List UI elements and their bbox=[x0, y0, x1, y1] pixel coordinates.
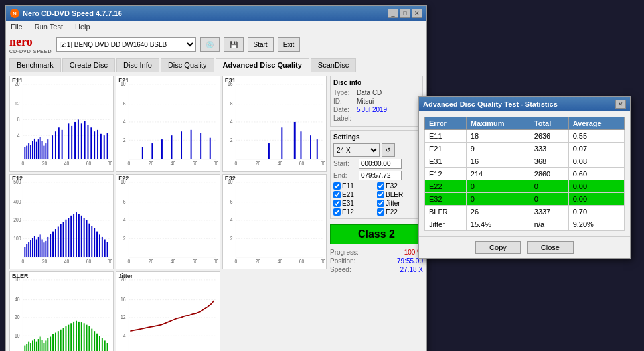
svg-text:40: 40 bbox=[64, 161, 70, 167]
svg-text:60: 60 bbox=[299, 161, 304, 167]
svg-rect-114 bbox=[36, 239, 37, 257]
svg-rect-117 bbox=[42, 239, 43, 257]
menu-help[interactable]: Help bbox=[73, 22, 92, 31]
disc-info-button[interactable]: 💿 bbox=[200, 37, 220, 52]
stats-close-x-button[interactable]: ✕ bbox=[615, 100, 626, 109]
svg-text:20: 20 bbox=[149, 161, 154, 167]
svg-text:0: 0 bbox=[22, 258, 25, 265]
svg-rect-195 bbox=[30, 343, 31, 351]
cb-jitter[interactable]: Jitter bbox=[377, 200, 420, 207]
cb-e21[interactable]: E21 bbox=[333, 191, 376, 198]
disc-type-label: Type: bbox=[333, 89, 355, 96]
speed-refresh-button[interactable]: ↺ bbox=[382, 143, 395, 157]
svg-rect-17 bbox=[26, 146, 27, 159]
svg-rect-219 bbox=[86, 325, 88, 351]
svg-rect-221 bbox=[91, 329, 92, 351]
app-title: Nero CD-DVD Speed 4.7.7.16 bbox=[23, 9, 122, 17]
chart-e12-label: E12 bbox=[12, 175, 23, 182]
svg-text:80: 80 bbox=[108, 161, 113, 167]
svg-rect-108 bbox=[24, 247, 25, 257]
cb-bler[interactable]: BLER bbox=[377, 191, 420, 198]
cb-e11[interactable]: E11 bbox=[333, 182, 376, 190]
svg-text:12: 12 bbox=[121, 315, 126, 321]
svg-rect-141 bbox=[102, 237, 103, 257]
app-window: N Nero CD-DVD Speed 4.7.7.16 _ □ ✕ File … bbox=[5, 5, 427, 351]
cb-e12[interactable]: E12 bbox=[333, 208, 376, 216]
close-window-button[interactable]: ✕ bbox=[412, 9, 422, 18]
svg-rect-228 bbox=[116, 272, 219, 351]
svg-rect-87 bbox=[281, 127, 282, 159]
table-row: E2193330.07 bbox=[425, 143, 625, 155]
progress-box: Progress: 100 % Position: 79:55.00 Speed… bbox=[330, 247, 423, 276]
svg-rect-26 bbox=[43, 146, 44, 159]
svg-rect-42 bbox=[97, 130, 98, 159]
class-badge: Class 2 bbox=[330, 224, 423, 244]
svg-rect-197 bbox=[34, 339, 35, 351]
copy-button[interactable]: Copy bbox=[475, 241, 521, 254]
svg-text:16: 16 bbox=[121, 297, 126, 303]
svg-rect-136 bbox=[88, 223, 90, 257]
tab-benchmark[interactable]: Benchmark bbox=[9, 58, 61, 72]
svg-rect-193 bbox=[26, 344, 27, 351]
svg-rect-37 bbox=[81, 123, 82, 159]
chart-bler-svg: 60 40 20 10 0 20 40 60 80 bbox=[10, 272, 113, 351]
drive-select[interactable]: [2:1] BENQ DVD DD DW1640 BSLB bbox=[56, 37, 196, 52]
minimize-button[interactable]: _ bbox=[388, 9, 398, 18]
svg-rect-225 bbox=[102, 338, 103, 351]
menu-file[interactable]: File bbox=[9, 22, 25, 31]
stats-title-text: Advanced Disc Quality Test - Statistics bbox=[423, 100, 558, 108]
start-button[interactable]: Start bbox=[248, 37, 274, 52]
svg-rect-28 bbox=[47, 139, 48, 159]
chart-jitter-svg: 20 16 12 4 0 20 40 60 80 bbox=[116, 272, 219, 351]
col-error: Error bbox=[425, 117, 467, 130]
speed-select[interactable]: 24 X bbox=[333, 143, 380, 157]
svg-rect-109 bbox=[26, 244, 27, 257]
svg-text:6: 6 bbox=[230, 198, 232, 205]
col-total: Total bbox=[530, 117, 568, 130]
svg-rect-34 bbox=[71, 126, 72, 159]
svg-rect-224 bbox=[99, 336, 100, 351]
svg-rect-126 bbox=[63, 222, 64, 257]
table-row: Jitter15.4%n/a9.20% bbox=[425, 218, 625, 231]
disc-id-label: ID: bbox=[333, 98, 355, 105]
svg-text:12: 12 bbox=[15, 100, 20, 107]
svg-rect-46 bbox=[116, 76, 219, 171]
speed-row: 24 X ↺ bbox=[333, 143, 420, 157]
svg-text:60: 60 bbox=[86, 161, 92, 167]
tab-create-disc[interactable]: Create Disc bbox=[62, 58, 115, 72]
disc-info-title: Disc info bbox=[333, 79, 420, 86]
maximize-button[interactable]: □ bbox=[400, 9, 410, 18]
tab-disc-quality[interactable]: Disc Quality bbox=[161, 58, 214, 72]
tab-advanced-disc-quality[interactable]: Advanced Disc Quality bbox=[216, 58, 309, 72]
save-button[interactable]: 💾 bbox=[224, 37, 244, 52]
cb-e22[interactable]: E22 bbox=[377, 208, 420, 216]
svg-rect-132 bbox=[78, 214, 80, 257]
svg-text:60: 60 bbox=[299, 258, 304, 265]
svg-rect-115 bbox=[38, 237, 39, 257]
cb-e31[interactable]: E31 bbox=[333, 200, 376, 207]
disc-id-val: Mitsui bbox=[357, 98, 374, 105]
svg-rect-27 bbox=[45, 143, 46, 159]
svg-rect-62 bbox=[142, 147, 143, 159]
close-button[interactable]: Close bbox=[527, 241, 574, 254]
svg-text:4: 4 bbox=[123, 216, 126, 223]
tabs: Benchmark Create Disc Disc Info Disc Qua… bbox=[6, 56, 426, 72]
svg-rect-128 bbox=[68, 218, 69, 257]
end-val: 079:57.72 bbox=[359, 171, 402, 180]
disc-date-label: Date: bbox=[333, 106, 355, 113]
menu-bar: File Run Test Help bbox=[6, 21, 426, 33]
speed-label: Speed: bbox=[330, 266, 351, 273]
chart-e32-svg: 10 6 4 2 0 20 40 60 80 bbox=[223, 175, 326, 269]
table-row: E32000.00 bbox=[425, 193, 625, 206]
end-time-row: End: 079:57.72 bbox=[333, 171, 420, 180]
end-label: End: bbox=[333, 172, 357, 179]
svg-rect-196 bbox=[32, 341, 33, 351]
chart-e31: E31 16 8 4 2 0 20 40 60 bbox=[222, 76, 327, 172]
menu-run-test[interactable]: Run Test bbox=[33, 22, 65, 31]
cb-e32[interactable]: E32 bbox=[377, 182, 420, 190]
svg-rect-121 bbox=[50, 234, 51, 257]
exit-button[interactable]: Exit bbox=[278, 37, 301, 52]
tab-disc-info[interactable]: Disc Info bbox=[116, 58, 159, 72]
svg-rect-129 bbox=[70, 215, 72, 257]
tab-scan-disc[interactable]: ScanDisc bbox=[311, 58, 356, 72]
